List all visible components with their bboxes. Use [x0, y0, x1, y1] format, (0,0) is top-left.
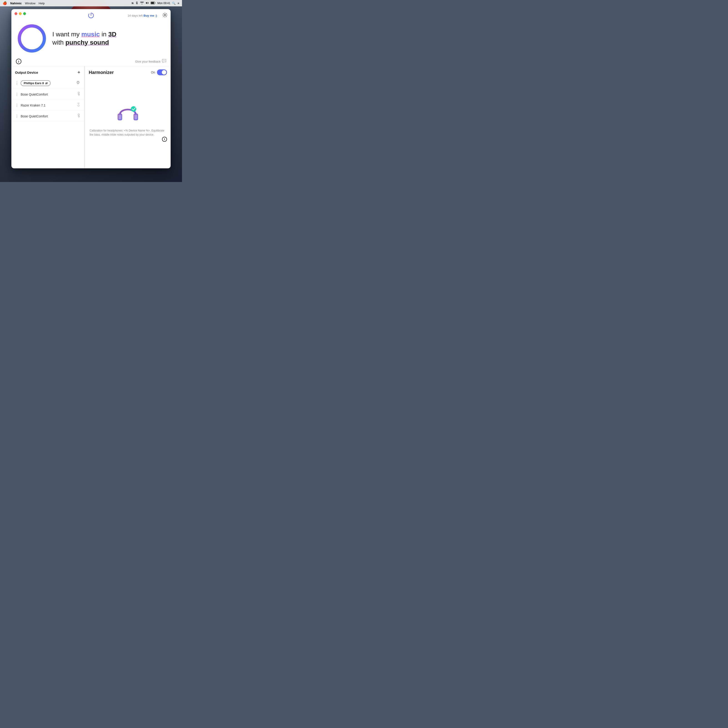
feedback-label: Give your feedback [135, 60, 161, 63]
harmonizer-description: Calibration for headphones: <% Device Na… [89, 128, 167, 137]
close-button[interactable] [15, 12, 17, 15]
device-name-label: Bose QuietComfort [21, 93, 75, 96]
nahimic-icon: N [132, 2, 133, 5]
trial-info: 14 days left Buy me :) [128, 14, 157, 17]
feedback-icon [162, 59, 166, 64]
buy-button[interactable]: Buy me :) [144, 14, 157, 17]
traffic-lights [15, 12, 26, 15]
system-time: Mon 09:41 [158, 2, 170, 5]
menu-window[interactable]: Window [25, 2, 35, 5]
wifi-icon [140, 2, 144, 5]
svg-point-9 [165, 60, 165, 61]
output-device-header: Output Device + [11, 66, 84, 78]
svg-point-8 [164, 60, 164, 61]
harmonizer-info-row: i [89, 137, 167, 142]
bluetooth-icon [135, 2, 138, 5]
harmonizer-header: Harmonizer On [89, 69, 167, 75]
app-header: 14 days left Buy me :) [11, 9, 171, 21]
svg-rect-15 [119, 115, 121, 119]
harmonizer-toggle[interactable] [157, 69, 167, 75]
headphone-illustration [115, 102, 141, 125]
hero-music-word: music [81, 31, 100, 38]
harmonizer-description-area: Calibration for headphones: <% Device Na… [89, 128, 167, 142]
device-menu-icon[interactable]: ⋮ [15, 103, 18, 107]
app-window: 14 days left Buy me :) [11, 9, 171, 168]
svg-rect-11 [78, 103, 79, 104]
device-name-label: Bose QuietComfort [21, 115, 75, 118]
hero-punchy-word: punchy sound [66, 39, 109, 46]
feedback-button[interactable]: Give your feedback [135, 59, 166, 64]
device-name-label: Phillips Ears II [24, 81, 44, 85]
left-panel: Output Device + ⋮ Phillips Ears II ⇄ [11, 66, 84, 168]
hero-line2: with punchy sound [52, 38, 116, 47]
usb-icon [76, 102, 80, 108]
info-button[interactable]: i [16, 59, 21, 64]
volume-icon [145, 2, 149, 5]
device-menu-icon[interactable]: ⋮ [15, 92, 18, 96]
power-button[interactable] [87, 12, 95, 19]
harmonizer-toggle-area: On [151, 69, 167, 75]
svg-point-5 [19, 26, 44, 51]
menubar-left: 🍎 Nahimic Window Help [3, 1, 45, 5]
plug-icon [76, 81, 80, 86]
toggle-label: On [151, 70, 155, 74]
hero-prefix1: I want my [52, 31, 81, 38]
device-menu-icon[interactable]: ⋮ [15, 114, 18, 118]
svg-point-17 [131, 106, 136, 112]
add-device-button[interactable]: + [77, 69, 80, 75]
device-item[interactable]: ⋮ Bose QuietComfort [11, 111, 84, 122]
headphone-area: Calibration for headphones: <% Device Na… [89, 78, 167, 165]
output-device-title: Output Device [15, 70, 38, 74]
menubar: 🍎 Nahimic Window Help N [0, 0, 182, 6]
bluetooth-icon [77, 92, 80, 97]
days-left-label: 14 days left [128, 14, 143, 17]
hero-section: I want my music in 3D with punchy sound [11, 21, 171, 58]
panel-divider [84, 66, 85, 168]
device-name-pill: Phillips Ears II ⇄ [21, 80, 50, 86]
menu-help[interactable]: Help [39, 2, 45, 5]
info-bar: i Give your feedback [11, 58, 171, 66]
device-item[interactable]: ⋮ Phillips Ears II ⇄ [11, 78, 84, 89]
device-name-label: Razer Kraken 7.1 [21, 104, 74, 107]
gradient-ring [16, 23, 48, 54]
device-list: ⋮ Phillips Ears II ⇄ ⋮ Bose [11, 78, 84, 168]
main-content: Output Device + ⋮ Phillips Ears II ⇄ [11, 66, 171, 168]
search-icon[interactable]: 🔍 [172, 2, 176, 5]
device-item[interactable]: ⋮ Bose QuietComfort [11, 89, 84, 100]
device-menu-icon[interactable]: ⋮ [15, 81, 18, 85]
harmonizer-title: Harmonizer [89, 70, 114, 75]
harmonizer-info-button[interactable]: i [162, 137, 167, 142]
hero-line1: I want my music in 3D [52, 30, 116, 38]
svg-point-7 [163, 60, 163, 61]
device-item[interactable]: ⋮ Razer Kraken 7.1 [11, 100, 84, 111]
app-name[interactable]: Nahimic [10, 2, 22, 5]
svg-rect-16 [135, 115, 137, 119]
svg-point-4 [164, 14, 166, 16]
harmonizer-panel: Harmonizer On [85, 66, 171, 168]
svg-rect-1 [151, 2, 154, 4]
hero-3d-word: 3D [108, 31, 116, 38]
list-icon[interactable]: ≡ [177, 2, 179, 5]
hero-prefix2: with [52, 39, 66, 46]
battery-icon [151, 2, 156, 5]
sync-icon: ⇄ [45, 82, 47, 85]
hero-text: I want my music in 3D with punchy sound [52, 30, 116, 47]
toggle-knob [162, 70, 166, 75]
maximize-button[interactable] [23, 12, 26, 15]
apple-menu[interactable]: 🍎 [3, 1, 7, 5]
minimize-button[interactable] [19, 12, 21, 15]
bluetooth-icon [77, 113, 80, 119]
settings-button[interactable] [162, 12, 167, 19]
menubar-right: N Mon 09:41 🔍 ≡ [132, 2, 179, 5]
hero-suffix1: in [100, 31, 108, 38]
